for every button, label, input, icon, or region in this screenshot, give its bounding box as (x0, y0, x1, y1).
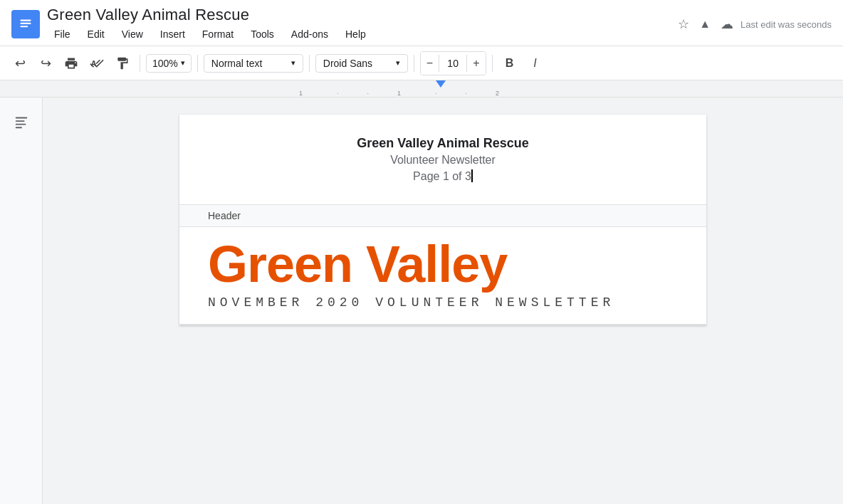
font-size-value[interactable]: 10 (439, 55, 467, 72)
redo-button[interactable]: ↪ (34, 52, 57, 75)
document-subtitle: Volunteer Newsletter (208, 154, 678, 167)
app-icon (11, 10, 40, 38)
drive-icon[interactable]: ▲ (699, 18, 711, 31)
spellcheck-button[interactable]: A (85, 52, 108, 75)
title-area: Green Valley Animal Rescue File Edit Vie… (47, 6, 662, 43)
menu-format[interactable]: Format (195, 26, 241, 43)
font-size-control: − 10 + (420, 51, 486, 75)
svg-rect-1 (20, 20, 31, 21)
bold-button[interactable]: B (498, 52, 521, 75)
svg-rect-8 (15, 127, 21, 128)
toolbar-divider-3 (309, 55, 310, 72)
star-icon[interactable]: ☆ (678, 16, 689, 32)
document-area[interactable]: Green Valley Animal Rescue Volunteer New… (43, 98, 843, 504)
svg-rect-7 (15, 124, 26, 125)
zoom-selector[interactable]: 100% ▾ (146, 54, 192, 73)
font-size-increase-button[interactable]: + (467, 52, 485, 75)
svg-rect-6 (15, 120, 24, 122)
menu-tools[interactable]: Tools (244, 26, 281, 43)
menu-help[interactable]: Help (338, 26, 373, 43)
ruler: 1 · · 1 · · 2 (0, 80, 843, 98)
ruler-marks: 1 · · 1 · · 2 (0, 80, 843, 97)
newsletter-date-subtitle: NOVEMBER 2020 VOLUNTEER NEWSLETTER (208, 295, 678, 310)
toolbar-divider-4 (414, 55, 414, 72)
header-section-bar: Header (179, 204, 706, 227)
menu-bar: File Edit View Insert Format Tools Add-o… (47, 26, 662, 43)
paragraph-style-selector[interactable]: Normal text ▾ (204, 54, 303, 73)
font-selector[interactable]: Droid Sans ▾ (315, 54, 408, 73)
toolbar: ↩ ↪ A 100% ▾ Normal text ▾ Droid Sans ▾ … (0, 46, 843, 80)
menu-file[interactable]: File (47, 26, 78, 43)
menu-addons[interactable]: Add-ons (284, 26, 335, 43)
sidebar (0, 98, 43, 504)
outline-button[interactable] (9, 109, 34, 135)
font-size-decrease-button[interactable]: − (421, 52, 439, 75)
title-icons: ☆ ▲ ☁ (678, 16, 733, 32)
italic-button[interactable]: I (524, 52, 547, 75)
newsletter-main-heading: Green Valley (208, 238, 678, 290)
last-edit-text: Last edit was seconds (740, 19, 832, 30)
header-label: Header (208, 210, 241, 221)
print-button[interactable] (60, 52, 83, 75)
page-number: Page 1 of 3 (208, 169, 678, 183)
toolbar-divider-2 (197, 55, 198, 72)
menu-edit[interactable]: Edit (80, 26, 112, 43)
header-content-area[interactable]: Green Valley NOVEMBER 2020 VOLUNTEER NEW… (179, 227, 706, 325)
main-area: Green Valley Animal Rescue Volunteer New… (0, 98, 843, 504)
paint-format-button[interactable] (111, 52, 134, 75)
menu-view[interactable]: View (115, 26, 150, 43)
document-main-title: Green Valley Animal Rescue (208, 136, 678, 151)
document-page: Green Valley Animal Rescue Volunteer New… (179, 115, 706, 325)
svg-rect-5 (15, 117, 27, 119)
page-info-section: Green Valley Animal Rescue Volunteer New… (179, 115, 706, 204)
undo-button[interactable]: ↩ (9, 52, 31, 75)
title-bar: Green Valley Animal Rescue File Edit Vie… (0, 0, 843, 46)
text-cursor (471, 169, 473, 182)
cloud-icon[interactable]: ☁ (721, 16, 733, 32)
ruler-tab-indicator (436, 80, 446, 88)
toolbar-divider-1 (140, 55, 140, 72)
doc-title[interactable]: Green Valley Animal Rescue (47, 6, 662, 24)
svg-rect-2 (20, 23, 31, 24)
svg-rect-3 (20, 26, 28, 27)
toolbar-divider-5 (492, 55, 493, 72)
menu-insert[interactable]: Insert (153, 26, 192, 43)
